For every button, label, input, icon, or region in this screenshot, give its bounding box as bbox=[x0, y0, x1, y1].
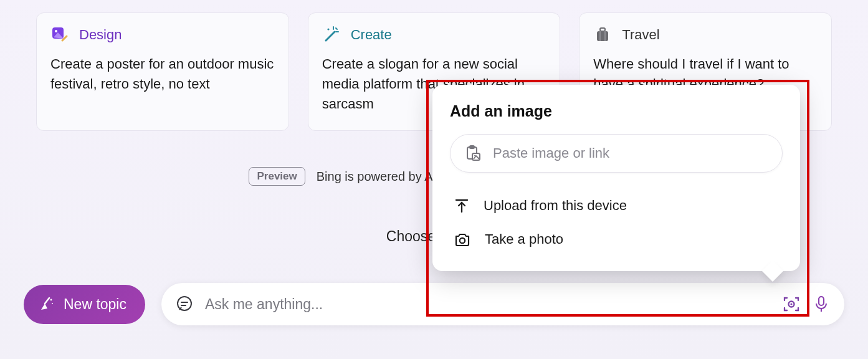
microphone-icon[interactable] bbox=[812, 295, 831, 314]
design-icon bbox=[50, 26, 69, 44]
card-category: Design bbox=[79, 27, 122, 43]
svg-point-7 bbox=[50, 299, 52, 301]
popup-title: Add an image bbox=[450, 102, 783, 120]
svg-rect-3 bbox=[597, 31, 608, 41]
add-image-popup: Add an image Upload from this device bbox=[432, 85, 800, 271]
paste-image-input[interactable] bbox=[493, 145, 768, 161]
svg-point-19 bbox=[474, 155, 475, 156]
upload-icon bbox=[454, 198, 470, 214]
card-category: Create bbox=[351, 27, 392, 43]
new-topic-label: New topic bbox=[64, 296, 126, 313]
wand-icon bbox=[322, 26, 341, 44]
bottom-input-row: New topic bbox=[24, 283, 844, 325]
card-category: Travel bbox=[622, 27, 659, 43]
upload-from-device-option[interactable]: Upload from this device bbox=[450, 189, 783, 223]
broom-icon bbox=[39, 296, 55, 312]
clipboard-image-icon bbox=[464, 145, 482, 162]
take-photo-option[interactable]: Take a photo bbox=[450, 223, 783, 256]
upload-label: Upload from this device bbox=[484, 198, 627, 214]
card-prompt: Create a poster for an outdoor music fes… bbox=[50, 54, 275, 94]
svg-point-2 bbox=[327, 28, 329, 30]
svg-point-22 bbox=[460, 238, 465, 243]
ask-input[interactable] bbox=[205, 296, 771, 313]
take-photo-label: Take a photo bbox=[485, 231, 563, 247]
chat-icon bbox=[175, 295, 194, 314]
suggestion-card-design[interactable]: Design Create a poster for an outdoor mu… bbox=[36, 12, 289, 131]
svg-point-13 bbox=[790, 303, 792, 305]
svg-rect-4 bbox=[600, 28, 605, 31]
svg-point-8 bbox=[52, 303, 53, 304]
suitcase-icon bbox=[593, 26, 612, 44]
svg-rect-14 bbox=[819, 297, 824, 305]
paste-image-field[interactable] bbox=[450, 134, 783, 173]
popup-caret bbox=[762, 261, 783, 282]
ask-input-bar[interactable] bbox=[161, 283, 844, 325]
preview-badge: Preview bbox=[249, 167, 305, 186]
new-topic-button[interactable]: New topic bbox=[24, 285, 145, 324]
visual-search-icon[interactable] bbox=[782, 295, 801, 314]
camera-icon bbox=[454, 231, 471, 247]
svg-point-9 bbox=[178, 297, 191, 310]
svg-point-1 bbox=[55, 30, 57, 32]
